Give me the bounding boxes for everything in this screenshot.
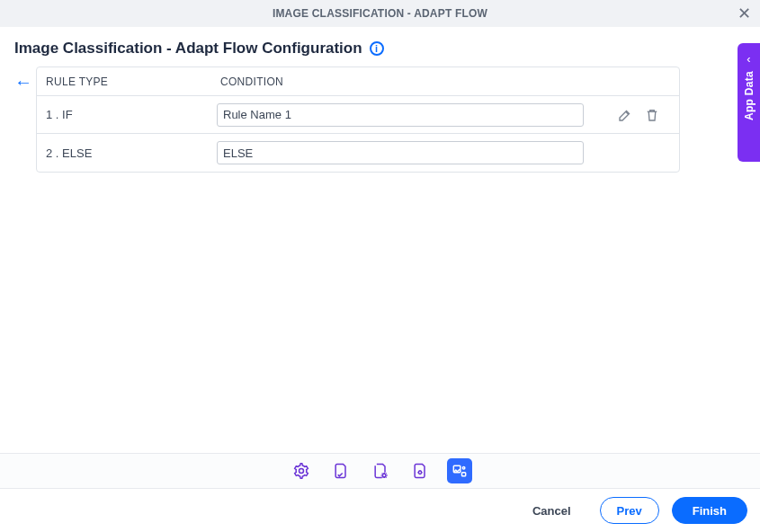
step-image-classify-icon[interactable] xyxy=(447,458,472,483)
rule-label: 2 . ELSE xyxy=(37,146,217,160)
close-icon[interactable]: ✕ xyxy=(738,5,751,22)
modal-title: IMAGE CLASSIFICATION - ADAPT FLOW xyxy=(273,7,487,20)
step-document-check-icon[interactable] xyxy=(328,458,353,483)
cancel-button[interactable]: Cancel xyxy=(516,497,587,524)
step-bar xyxy=(0,453,760,489)
rules-table-header: RULE TYPE CONDITION xyxy=(37,67,679,96)
finish-button[interactable]: Finish xyxy=(672,497,747,524)
step-document-config-icon[interactable] xyxy=(407,458,433,483)
app-data-label: App Data xyxy=(743,71,756,120)
delete-icon[interactable] xyxy=(644,107,660,123)
step-settings-icon[interactable] xyxy=(289,458,314,483)
footer: Cancel Prev Finish xyxy=(0,453,760,532)
prev-button[interactable]: Prev xyxy=(600,497,659,524)
svg-point-4 xyxy=(462,466,465,469)
table-row: 2 . ELSE xyxy=(37,134,679,172)
step-document-gear-icon[interactable] xyxy=(368,458,393,483)
condition-input[interactable] xyxy=(217,103,584,127)
svg-point-1 xyxy=(382,474,386,477)
rule-label: 1 . IF xyxy=(37,108,217,121)
button-bar: Cancel Prev Finish xyxy=(0,489,760,532)
page-title-bar: Image Classification - Adapt Flow Config… xyxy=(0,27,760,66)
chevron-left-icon: ‹ xyxy=(747,52,750,66)
col-header-condition: CONDITION xyxy=(217,75,679,88)
svg-point-2 xyxy=(418,471,421,474)
back-arrow-icon[interactable]: ← xyxy=(14,72,32,93)
info-icon[interactable]: i xyxy=(370,41,384,56)
modal-header: IMAGE CLASSIFICATION - ADAPT FLOW ✕ xyxy=(0,0,760,27)
app-data-panel-toggle[interactable]: ‹ App Data xyxy=(738,43,760,162)
condition-input[interactable] xyxy=(217,141,584,164)
svg-point-0 xyxy=(299,469,303,474)
rules-table: RULE TYPE CONDITION 1 . IF 2 . ELSE xyxy=(36,66,680,173)
col-header-ruletype: RULE TYPE xyxy=(37,75,217,88)
page-title: Image Classification - Adapt Flow Config… xyxy=(14,40,362,58)
edit-icon[interactable] xyxy=(617,107,633,123)
svg-rect-5 xyxy=(461,473,465,476)
table-row: 1 . IF xyxy=(37,96,679,134)
